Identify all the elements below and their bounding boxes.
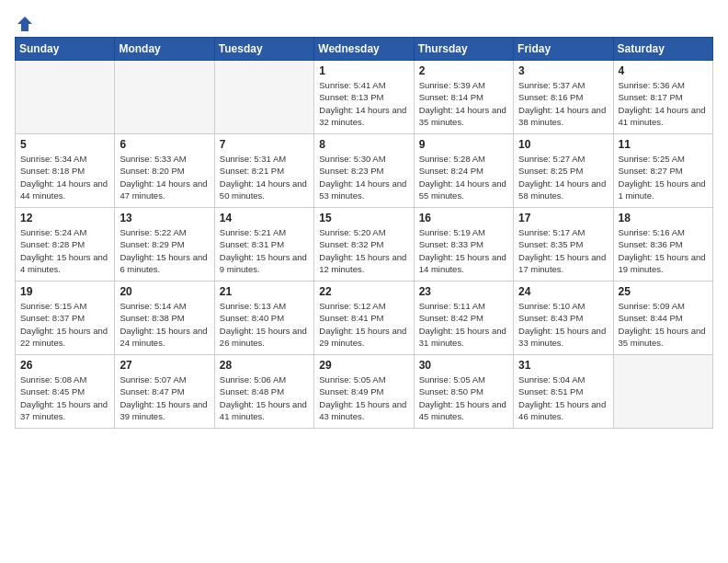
day-info: Sunrise: 5:30 AM Sunset: 8:23 PM Dayligh… (319, 153, 408, 201)
day-info: Sunrise: 5:31 AM Sunset: 8:21 PM Dayligh… (220, 153, 309, 201)
day-number: 8 (319, 138, 408, 151)
calendar-cell (214, 61, 313, 134)
day-number: 30 (419, 359, 508, 372)
calendar-cell (613, 355, 712, 429)
day-info: Sunrise: 5:19 AM Sunset: 8:33 PM Dayligh… (419, 226, 508, 275)
day-info: Sunrise: 5:08 AM Sunset: 8:45 PM Dayligh… (20, 373, 109, 422)
calendar-cell: 9Sunrise: 5:28 AM Sunset: 8:24 PM Daylig… (414, 134, 513, 208)
calendar-cell: 17Sunrise: 5:17 AM Sunset: 8:35 PM Dayli… (514, 208, 613, 282)
calendar-cell: 3Sunrise: 5:37 AM Sunset: 8:16 PM Daylig… (514, 61, 613, 134)
day-info: Sunrise: 5:10 AM Sunset: 8:43 PM Dayligh… (518, 300, 608, 349)
calendar-cell: 12Sunrise: 5:24 AM Sunset: 8:28 PM Dayli… (16, 208, 115, 282)
page-header (15, 15, 713, 29)
day-number: 31 (518, 359, 608, 372)
calendar-cell: 13Sunrise: 5:22 AM Sunset: 8:29 PM Dayli… (115, 208, 214, 282)
calendar-cell: 22Sunrise: 5:12 AM Sunset: 8:41 PM Dayli… (314, 282, 414, 355)
calendar-cell: 8Sunrise: 5:30 AM Sunset: 8:23 PM Daylig… (314, 134, 414, 208)
calendar-cell: 14Sunrise: 5:21 AM Sunset: 8:31 PM Dayli… (214, 208, 313, 282)
calendar-week-row: 26Sunrise: 5:08 AM Sunset: 8:45 PM Dayli… (16, 355, 713, 429)
day-number: 19 (20, 285, 109, 298)
day-number: 20 (119, 285, 209, 298)
day-info: Sunrise: 5:37 AM Sunset: 8:16 PM Dayligh… (518, 79, 608, 128)
calendar-cell: 30Sunrise: 5:05 AM Sunset: 8:50 PM Dayli… (414, 355, 513, 429)
calendar-cell: 2Sunrise: 5:39 AM Sunset: 8:14 PM Daylig… (414, 61, 513, 134)
day-info: Sunrise: 5:33 AM Sunset: 8:20 PM Dayligh… (119, 153, 209, 201)
day-info: Sunrise: 5:09 AM Sunset: 8:44 PM Dayligh… (619, 300, 708, 349)
calendar-week-row: 12Sunrise: 5:24 AM Sunset: 8:28 PM Dayli… (16, 208, 713, 282)
calendar-cell: 24Sunrise: 5:10 AM Sunset: 8:43 PM Dayli… (514, 282, 613, 355)
day-info: Sunrise: 5:36 AM Sunset: 8:17 PM Dayligh… (619, 79, 708, 128)
day-number: 17 (518, 212, 608, 224)
calendar-cell: 15Sunrise: 5:20 AM Sunset: 8:32 PM Dayli… (314, 208, 414, 282)
calendar-cell: 31Sunrise: 5:04 AM Sunset: 8:51 PM Dayli… (514, 355, 613, 429)
day-number: 28 (220, 359, 309, 372)
day-info: Sunrise: 5:21 AM Sunset: 8:31 PM Dayligh… (220, 226, 309, 275)
calendar-cell: 23Sunrise: 5:11 AM Sunset: 8:42 PM Dayli… (414, 282, 513, 355)
day-info: Sunrise: 5:20 AM Sunset: 8:32 PM Dayligh… (319, 226, 408, 275)
day-number: 29 (319, 359, 408, 372)
day-info: Sunrise: 5:27 AM Sunset: 8:25 PM Dayligh… (518, 153, 608, 201)
day-number: 16 (419, 212, 508, 224)
day-number: 2 (419, 64, 508, 77)
day-info: Sunrise: 5:17 AM Sunset: 8:35 PM Dayligh… (518, 226, 608, 275)
calendar-cell: 16Sunrise: 5:19 AM Sunset: 8:33 PM Dayli… (414, 208, 513, 282)
calendar-table: SundayMondayTuesdayWednesdayThursdayFrid… (15, 37, 713, 429)
weekday-header-row: SundayMondayTuesdayWednesdayThursdayFrid… (16, 38, 713, 61)
calendar-cell: 29Sunrise: 5:05 AM Sunset: 8:49 PM Dayli… (314, 355, 414, 429)
day-number: 7 (220, 138, 309, 151)
day-number: 18 (619, 212, 708, 224)
calendar-cell: 21Sunrise: 5:13 AM Sunset: 8:40 PM Dayli… (214, 282, 313, 355)
day-info: Sunrise: 5:39 AM Sunset: 8:14 PM Dayligh… (419, 79, 508, 128)
day-info: Sunrise: 5:24 AM Sunset: 8:28 PM Dayligh… (20, 226, 109, 275)
day-info: Sunrise: 5:14 AM Sunset: 8:38 PM Dayligh… (119, 300, 209, 349)
day-number: 26 (20, 359, 109, 372)
day-info: Sunrise: 5:06 AM Sunset: 8:48 PM Dayligh… (220, 373, 309, 422)
day-number: 25 (619, 285, 708, 298)
day-number: 24 (518, 285, 608, 298)
day-info: Sunrise: 5:07 AM Sunset: 8:47 PM Dayligh… (119, 373, 209, 422)
day-info: Sunrise: 5:41 AM Sunset: 8:13 PM Dayligh… (319, 79, 408, 128)
day-number: 6 (119, 138, 209, 151)
day-info: Sunrise: 5:28 AM Sunset: 8:24 PM Dayligh… (419, 153, 508, 201)
calendar-cell: 26Sunrise: 5:08 AM Sunset: 8:45 PM Dayli… (16, 355, 115, 429)
calendar-cell: 4Sunrise: 5:36 AM Sunset: 8:17 PM Daylig… (613, 61, 712, 134)
weekday-header-saturday: Saturday (613, 38, 712, 61)
weekday-header-thursday: Thursday (414, 38, 513, 61)
calendar-week-row: 19Sunrise: 5:15 AM Sunset: 8:37 PM Dayli… (16, 282, 713, 355)
weekday-header-tuesday: Tuesday (214, 38, 313, 61)
svg-marker-0 (17, 17, 32, 31)
day-info: Sunrise: 5:11 AM Sunset: 8:42 PM Dayligh… (419, 300, 508, 349)
day-info: Sunrise: 5:34 AM Sunset: 8:18 PM Dayligh… (20, 153, 109, 201)
day-info: Sunrise: 5:25 AM Sunset: 8:27 PM Dayligh… (619, 153, 708, 201)
calendar-cell: 19Sunrise: 5:15 AM Sunset: 8:37 PM Dayli… (16, 282, 115, 355)
day-info: Sunrise: 5:05 AM Sunset: 8:49 PM Dayligh… (319, 373, 408, 422)
calendar-cell: 20Sunrise: 5:14 AM Sunset: 8:38 PM Dayli… (115, 282, 214, 355)
calendar-week-row: 5Sunrise: 5:34 AM Sunset: 8:18 PM Daylig… (16, 134, 713, 208)
calendar-cell: 28Sunrise: 5:06 AM Sunset: 8:48 PM Dayli… (214, 355, 313, 429)
day-number: 22 (319, 285, 408, 298)
day-number: 3 (518, 64, 608, 77)
day-number: 10 (518, 138, 608, 151)
calendar-cell: 5Sunrise: 5:34 AM Sunset: 8:18 PM Daylig… (16, 134, 115, 208)
calendar-cell: 1Sunrise: 5:41 AM Sunset: 8:13 PM Daylig… (314, 61, 414, 134)
day-info: Sunrise: 5:05 AM Sunset: 8:50 PM Dayligh… (419, 373, 508, 422)
day-number: 9 (419, 138, 508, 151)
weekday-header-wednesday: Wednesday (314, 38, 414, 61)
day-info: Sunrise: 5:04 AM Sunset: 8:51 PM Dayligh… (518, 373, 608, 422)
day-number: 5 (20, 138, 109, 151)
logo-icon (16, 15, 34, 33)
weekday-header-friday: Friday (514, 38, 613, 61)
calendar-cell: 27Sunrise: 5:07 AM Sunset: 8:47 PM Dayli… (115, 355, 214, 429)
day-info: Sunrise: 5:12 AM Sunset: 8:41 PM Dayligh… (319, 300, 408, 349)
calendar-cell (16, 61, 115, 134)
day-info: Sunrise: 5:13 AM Sunset: 8:40 PM Dayligh… (220, 300, 309, 349)
day-number: 14 (220, 212, 309, 224)
calendar-week-row: 1Sunrise: 5:41 AM Sunset: 8:13 PM Daylig… (16, 61, 713, 134)
day-info: Sunrise: 5:16 AM Sunset: 8:36 PM Dayligh… (619, 226, 708, 275)
day-number: 15 (319, 212, 408, 224)
day-info: Sunrise: 5:22 AM Sunset: 8:29 PM Dayligh… (119, 226, 209, 275)
weekday-header-monday: Monday (115, 38, 214, 61)
day-number: 12 (20, 212, 109, 224)
day-number: 4 (619, 64, 708, 77)
day-info: Sunrise: 5:15 AM Sunset: 8:37 PM Dayligh… (20, 300, 109, 349)
